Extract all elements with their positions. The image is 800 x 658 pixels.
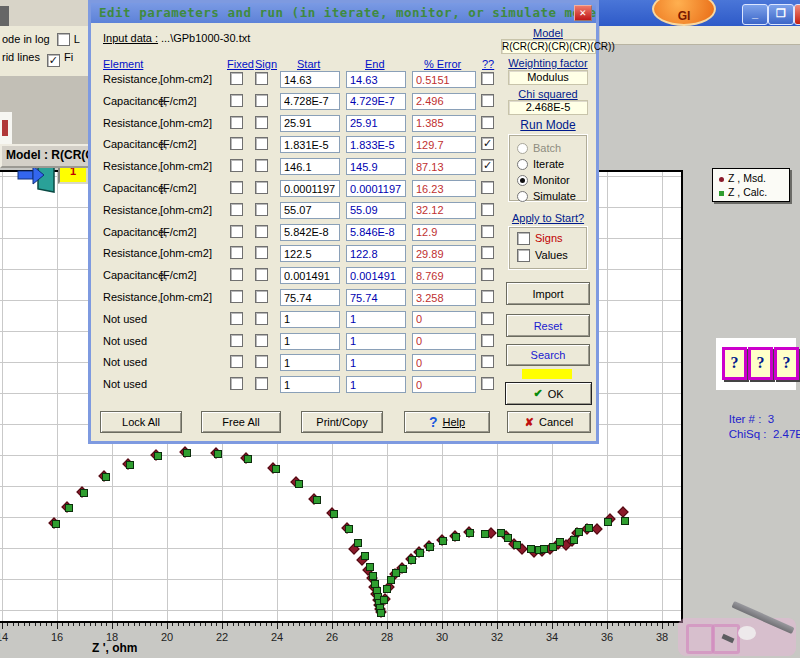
search-button[interactable]: Search xyxy=(506,344,590,366)
error-input[interactable] xyxy=(412,333,476,350)
start-input[interactable] xyxy=(280,202,340,219)
question-button[interactable]: ? xyxy=(748,347,773,380)
error-input[interactable] xyxy=(412,354,476,371)
fixed-checkbox[interactable] xyxy=(230,225,243,238)
run-mode-iterate[interactable]: Iterate xyxy=(517,158,564,171)
run-mode-monitor[interactable]: Monitor xyxy=(517,174,570,187)
dialog-close-button[interactable]: ✕ xyxy=(574,5,592,21)
end-input[interactable] xyxy=(346,93,406,110)
fixed-checkbox[interactable] xyxy=(230,268,243,281)
qq-checkbox[interactable] xyxy=(481,246,494,259)
minimize-button[interactable]: _ xyxy=(742,4,768,25)
sign-checkbox[interactable] xyxy=(255,94,268,107)
checkbox-icon[interactable] xyxy=(517,232,530,245)
error-input[interactable] xyxy=(412,311,476,328)
sign-checkbox[interactable] xyxy=(255,225,268,238)
end-input[interactable] xyxy=(346,136,406,153)
apply-values-option[interactable]: Values xyxy=(517,249,568,262)
start-input[interactable] xyxy=(280,158,340,175)
input-data-link[interactable]: Input data : xyxy=(103,32,158,44)
header-start[interactable]: Start xyxy=(297,58,320,70)
qq-checkbox[interactable] xyxy=(481,94,494,107)
sign-checkbox[interactable] xyxy=(255,290,268,303)
fixed-checkbox[interactable] xyxy=(230,290,243,303)
qq-checkbox[interactable] xyxy=(481,72,494,85)
end-input[interactable] xyxy=(346,354,406,371)
fixed-checkbox[interactable] xyxy=(230,159,243,172)
fixed-checkbox[interactable] xyxy=(230,181,243,194)
print-copy-button[interactable]: Print/Copy xyxy=(301,411,383,433)
error-input[interactable] xyxy=(412,71,476,88)
reset-button[interactable]: Reset xyxy=(506,314,590,337)
error-input[interactable] xyxy=(412,245,476,262)
start-input[interactable] xyxy=(280,289,340,306)
restore-button[interactable]: ❐ xyxy=(768,4,794,25)
qq-checkbox[interactable] xyxy=(481,355,494,368)
cancel-button[interactable]: ✘ Cancel xyxy=(507,411,591,433)
fixed-checkbox[interactable] xyxy=(230,203,243,216)
apply-signs-option[interactable]: Signs xyxy=(517,232,563,245)
run-mode-batch[interactable]: Batch xyxy=(517,142,561,155)
header-error[interactable]: % Error xyxy=(424,58,461,70)
ok-button[interactable]: ✔ OK xyxy=(505,382,592,405)
qq-checkbox[interactable] xyxy=(481,268,494,281)
fixed-checkbox[interactable] xyxy=(230,377,243,390)
free-all-button[interactable]: Free All xyxy=(201,411,281,433)
start-input[interactable] xyxy=(280,354,340,371)
end-input[interactable] xyxy=(346,158,406,175)
sign-checkbox[interactable] xyxy=(255,355,268,368)
fixed-checkbox[interactable] xyxy=(230,355,243,368)
error-input[interactable] xyxy=(412,180,476,197)
error-input[interactable] xyxy=(412,224,476,241)
start-input[interactable] xyxy=(280,245,340,262)
error-input[interactable] xyxy=(412,267,476,284)
sign-checkbox[interactable] xyxy=(255,377,268,390)
end-input[interactable] xyxy=(346,180,406,197)
fixed-checkbox[interactable] xyxy=(230,137,243,150)
sign-checkbox[interactable] xyxy=(255,334,268,347)
sign-checkbox[interactable] xyxy=(255,159,268,172)
fixed-checkbox[interactable] xyxy=(230,94,243,107)
sign-checkbox[interactable] xyxy=(255,72,268,85)
end-input[interactable] xyxy=(346,376,406,393)
header-sign[interactable]: Sign xyxy=(255,58,277,70)
qq-checkbox[interactable] xyxy=(481,225,494,238)
weighting-factor-link[interactable]: Weighting factor xyxy=(499,57,597,69)
start-input[interactable] xyxy=(280,71,340,88)
error-input[interactable] xyxy=(412,136,476,153)
start-input[interactable] xyxy=(280,376,340,393)
end-input[interactable] xyxy=(346,267,406,284)
header-end[interactable]: End xyxy=(365,58,385,70)
apply-to-start-link[interactable]: Apply to Start? xyxy=(499,212,597,224)
qq-checkbox[interactable] xyxy=(481,116,494,129)
sign-checkbox[interactable] xyxy=(255,312,268,325)
start-input[interactable] xyxy=(280,224,340,241)
end-input[interactable] xyxy=(346,224,406,241)
qq-checkbox[interactable] xyxy=(481,334,494,347)
error-input[interactable] xyxy=(412,93,476,110)
run-mode-link[interactable]: Run Mode xyxy=(499,118,597,132)
qq-checkbox[interactable] xyxy=(481,312,494,325)
chi-squared-link[interactable]: Chi squared xyxy=(499,88,597,100)
sign-checkbox[interactable] xyxy=(255,137,268,150)
qq-checkbox[interactable] xyxy=(481,377,494,390)
error-input[interactable] xyxy=(412,115,476,132)
fixed-checkbox[interactable] xyxy=(230,334,243,347)
end-input[interactable] xyxy=(346,115,406,132)
start-input[interactable] xyxy=(280,136,340,153)
fixed-checkbox[interactable] xyxy=(230,246,243,259)
end-input[interactable] xyxy=(346,289,406,306)
model-link[interactable]: Model xyxy=(499,27,597,39)
error-input[interactable] xyxy=(412,289,476,306)
start-input[interactable] xyxy=(280,93,340,110)
header-element[interactable]: Element xyxy=(103,58,143,70)
sign-checkbox[interactable] xyxy=(255,268,268,281)
qq-checkbox[interactable] xyxy=(481,290,494,303)
header-qq[interactable]: ?? xyxy=(482,58,494,70)
checkbox-fi[interactable]: ✓ xyxy=(47,54,60,67)
question-button[interactable]: ? xyxy=(722,347,747,380)
fixed-checkbox[interactable] xyxy=(230,116,243,129)
error-input[interactable] xyxy=(412,376,476,393)
error-input[interactable] xyxy=(412,158,476,175)
end-input[interactable] xyxy=(346,311,406,328)
